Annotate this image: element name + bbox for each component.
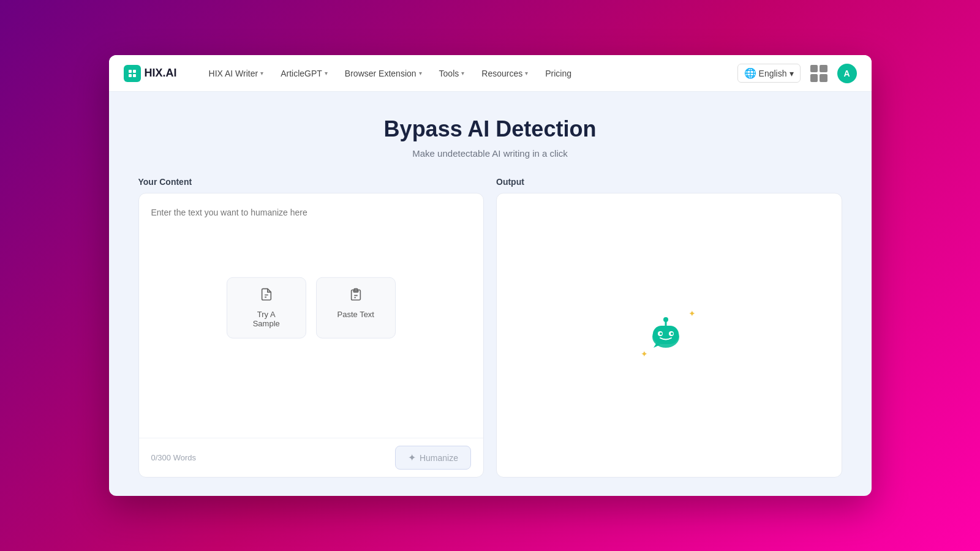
svg-point-17: [663, 317, 668, 322]
nav-item-browser-extension[interactable]: Browser Extension ▾: [337, 64, 429, 83]
chevron-down-icon: ▾: [325, 70, 328, 77]
chevron-down-icon: ▾: [419, 70, 422, 77]
svg-point-14: [660, 332, 662, 335]
svg-point-15: [671, 332, 673, 335]
globe-icon: 🌐: [744, 67, 756, 79]
document-icon: [260, 287, 273, 304]
svg-rect-0: [129, 70, 132, 73]
page-subtitle: Make undetectable AI writing in a click: [138, 148, 842, 159]
nav-right: 🌐 English ▾ A: [737, 64, 857, 83]
humanize-button[interactable]: ✦ Humanize: [395, 446, 471, 470]
nav-item-pricing[interactable]: Pricing: [538, 64, 579, 83]
language-selector[interactable]: 🌐 English ▾: [737, 64, 801, 83]
input-column-header: Your Content: [138, 177, 484, 187]
output-column: Output ✦: [496, 177, 842, 478]
try-sample-button[interactable]: Try A Sample: [227, 277, 306, 338]
input-panel: Try A Sample: [138, 193, 484, 478]
chevron-down-icon: ▾: [260, 70, 263, 77]
panel-footer: 0/300 Words ✦ Humanize: [139, 438, 484, 477]
columns: Your Content: [138, 177, 842, 478]
output-column-header: Output: [496, 177, 842, 187]
sparkle-icon-top: ✦: [688, 309, 696, 318]
page-title: Bypass AI Detection: [138, 116, 842, 142]
paste-text-button[interactable]: Paste Text: [316, 277, 396, 338]
apps-grid-icon[interactable]: [810, 65, 827, 82]
word-count: 0/300 Words: [151, 453, 196, 462]
sparkle-icon: ✦: [408, 452, 416, 463]
output-panel: ✦: [496, 193, 842, 478]
svg-rect-1: [133, 70, 136, 73]
clipboard-icon: [349, 287, 363, 304]
chevron-down-icon: ▾: [525, 70, 528, 77]
svg-rect-2: [129, 74, 132, 77]
logo[interactable]: HIX.AI: [124, 65, 177, 82]
robot-icon: [644, 311, 687, 354]
nav-links: HIX AI Writer ▾ ArticleGPT ▾ Browser Ext…: [202, 64, 737, 83]
main-content: Bypass AI Detection Make undetectable AI…: [109, 92, 872, 496]
bot-container: ✦: [644, 311, 693, 360]
textarea-area: Try A Sample: [139, 193, 484, 438]
navbar: HIX.AI HIX AI Writer ▾ ArticleGPT ▾ Brow…: [109, 55, 872, 92]
nav-item-resources[interactable]: Resources ▾: [474, 64, 535, 83]
svg-rect-3: [133, 74, 136, 77]
logo-text: HIX.AI: [145, 67, 177, 80]
logo-icon: [124, 65, 141, 82]
nav-item-hix-ai-writer[interactable]: HIX AI Writer ▾: [202, 64, 271, 83]
svg-rect-11: [653, 326, 679, 344]
browser-window: HIX.AI HIX AI Writer ▾ ArticleGPT ▾ Brow…: [109, 55, 872, 496]
chevron-down-icon: ▾: [461, 70, 464, 77]
sparkle-icon-bottom: ✦: [641, 349, 648, 359]
chevron-down-icon: ▾: [790, 69, 794, 78]
avatar[interactable]: A: [837, 64, 857, 83]
bot-illustration: ✦: [644, 311, 693, 360]
page-header: Bypass AI Detection Make undetectable AI…: [138, 116, 842, 159]
nav-item-tools[interactable]: Tools ▾: [432, 64, 472, 83]
nav-item-articlegpt[interactable]: ArticleGPT ▾: [273, 64, 335, 83]
input-column: Your Content: [138, 177, 484, 478]
action-buttons: Try A Sample: [217, 267, 405, 348]
